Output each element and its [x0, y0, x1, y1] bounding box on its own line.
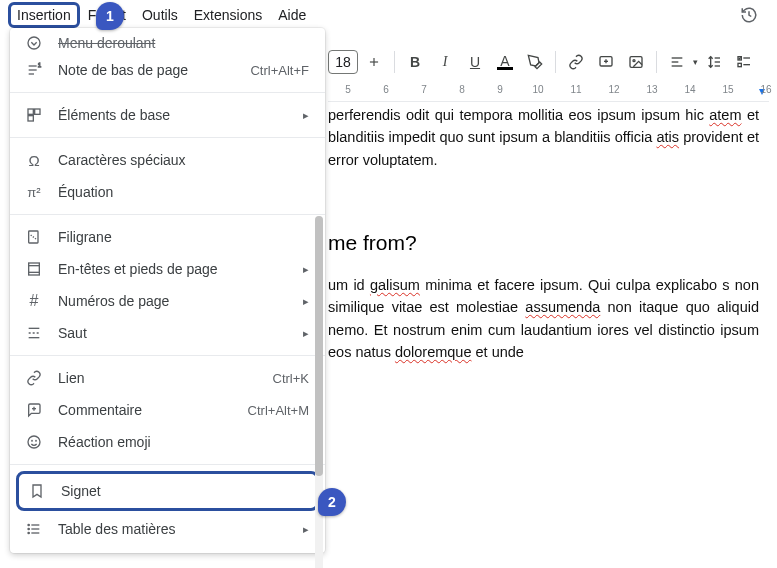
- svg-point-19: [32, 440, 33, 441]
- svg-rect-5: [28, 109, 33, 114]
- ruler-tick: 6: [366, 84, 406, 95]
- history-icon[interactable]: [735, 1, 763, 29]
- italic-button[interactable]: I: [431, 48, 459, 76]
- menu-label: Éléments de base: [58, 107, 295, 123]
- menu-label: Note de bas de page: [58, 62, 250, 78]
- menu-shortcut: Ctrl+Alt+F: [250, 63, 309, 78]
- building-blocks-icon: [24, 105, 44, 125]
- chevron-right-icon: ▸: [303, 295, 309, 308]
- svg-rect-43: [738, 63, 741, 66]
- step-badge-1: 1: [96, 2, 124, 30]
- chevron-right-icon: ▸: [303, 109, 309, 122]
- font-size-input[interactable]: 18: [328, 50, 358, 74]
- menu-format-left: F: [88, 7, 97, 23]
- heading-2: me from?: [328, 227, 759, 260]
- menu-separator: [10, 355, 325, 356]
- menu-item-special-chars[interactable]: Ω Caractères spéciaux: [10, 144, 325, 176]
- svg-point-33: [633, 60, 635, 62]
- menu-item-bookmark[interactable]: Signet: [16, 471, 319, 511]
- menu-separator: [10, 92, 325, 93]
- highlight-button[interactable]: [521, 48, 549, 76]
- spellcheck-word: assumenda: [525, 299, 600, 315]
- ruler-tick: 8: [442, 84, 482, 95]
- paragraph-1: perferendis odit qui tempora mollitia eo…: [328, 104, 759, 171]
- menu-item-link[interactable]: Lien Ctrl+K: [10, 362, 325, 394]
- align-button[interactable]: [663, 48, 691, 76]
- break-icon: [24, 323, 44, 343]
- menu-aide[interactable]: Aide: [270, 3, 314, 27]
- menu-label: Commentaire: [58, 402, 248, 418]
- menu-shortcut: Ctrl+Alt+M: [248, 403, 309, 418]
- menu-item-dropdown-chip[interactable]: Menu deroulant: [10, 32, 325, 54]
- chevron-down-icon: ▾: [693, 57, 698, 67]
- svg-rect-10: [29, 263, 40, 275]
- spellcheck-word: atis: [656, 129, 679, 145]
- svg-point-18: [28, 436, 40, 448]
- scrollbar-thumb[interactable]: [315, 216, 323, 476]
- ruler-tick: 9: [480, 84, 520, 95]
- menu-item-building-blocks[interactable]: Éléments de base ▸: [10, 99, 325, 131]
- insert-image-button[interactable]: [622, 48, 650, 76]
- toolbar-separator: [555, 51, 556, 73]
- ruler-tick: 13: [632, 84, 672, 95]
- svg-point-25: [28, 528, 29, 529]
- text-color-button[interactable]: A: [491, 48, 519, 76]
- menu-item-emoji-reaction[interactable]: Réaction emoji: [10, 426, 325, 458]
- ruler: ▾ 5678910111213141516: [328, 84, 769, 102]
- insert-comment-button[interactable]: [592, 48, 620, 76]
- svg-text:1: 1: [38, 62, 41, 68]
- underline-button[interactable]: U: [461, 48, 489, 76]
- menu-label: Menu deroulant: [58, 35, 309, 51]
- menu-outils[interactable]: Outils: [134, 3, 186, 27]
- spellcheck-word: doloremque: [395, 344, 472, 360]
- menu-label: Saut: [58, 325, 295, 341]
- text: um id: [328, 277, 370, 293]
- menu-item-toc[interactable]: Table des matières ▸: [10, 513, 325, 545]
- ruler-tick: 10: [518, 84, 558, 95]
- menu-label: En-têtes et pieds de page: [58, 261, 295, 277]
- headers-footers-icon: [24, 259, 44, 279]
- pi-icon: π²: [24, 182, 44, 202]
- menu-label: Lien: [58, 370, 273, 386]
- footnote-icon: 1: [24, 60, 44, 80]
- menu-item-equation[interactable]: π² Équation: [10, 176, 325, 208]
- menu-item-page-numbers[interactable]: # Numéros de page ▸: [10, 285, 325, 317]
- menu-insertion[interactable]: Insertion: [8, 2, 80, 28]
- menu-shortcut: Ctrl+K: [273, 371, 309, 386]
- menu-item-break[interactable]: Saut ▸: [10, 317, 325, 349]
- emoji-icon: [24, 432, 44, 452]
- watermark-icon: [24, 227, 44, 247]
- menu-separator: [10, 464, 325, 465]
- text-color-glyph: A: [500, 55, 509, 67]
- menu-extensions[interactable]: Extensions: [186, 3, 270, 27]
- spellcheck-word: atem: [709, 107, 741, 123]
- line-spacing-button[interactable]: [700, 48, 728, 76]
- menu-item-comment[interactable]: Commentaire Ctrl+Alt+M: [10, 394, 325, 426]
- chevron-right-icon: ▸: [303, 263, 309, 276]
- menu-label: Filigrane: [58, 229, 309, 245]
- menu-label: Réaction emoji: [58, 434, 309, 450]
- svg-point-26: [28, 532, 29, 533]
- svg-point-24: [28, 524, 29, 525]
- ruler-tick: 15: [708, 84, 748, 95]
- menu-label: Signet: [61, 483, 306, 499]
- font-size-increase[interactable]: [360, 48, 388, 76]
- text: perferendis odit qui tempora mollitia eo…: [328, 107, 709, 123]
- svg-line-9: [31, 235, 36, 239]
- omega-icon: Ω: [24, 150, 44, 170]
- menu-separator: [10, 137, 325, 138]
- text: et unde: [472, 344, 524, 360]
- menu-item-footnote[interactable]: 1 Note de bas de page Ctrl+Alt+F: [10, 54, 325, 86]
- insert-link-button[interactable]: [562, 48, 590, 76]
- insertion-dropdown: Menu deroulant 1 Note de bas de page Ctr…: [10, 28, 325, 553]
- checklist-button[interactable]: [730, 48, 758, 76]
- svg-point-20: [36, 440, 37, 441]
- bookmark-icon: [27, 481, 47, 501]
- dropdown-chip-icon: [24, 33, 44, 53]
- menu-item-headers-footers[interactable]: En-têtes et pieds de page ▸: [10, 253, 325, 285]
- bold-button[interactable]: B: [401, 48, 429, 76]
- menu-item-watermark[interactable]: Filigrane: [10, 221, 325, 253]
- svg-rect-6: [35, 109, 40, 114]
- document-body[interactable]: perferendis odit qui tempora mollitia eo…: [328, 104, 759, 364]
- ruler-tick: 12: [594, 84, 634, 95]
